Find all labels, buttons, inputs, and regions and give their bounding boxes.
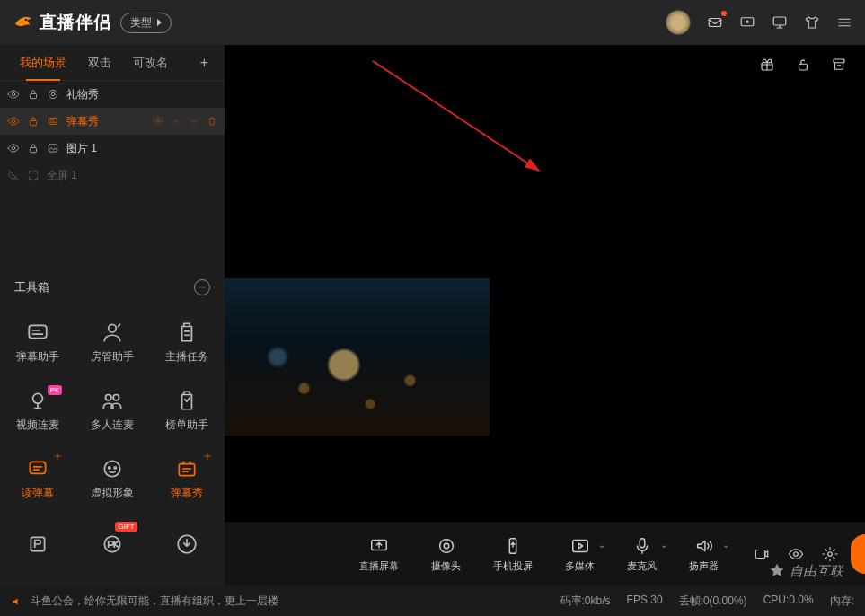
svg-point-3: [746, 21, 748, 22]
chevron-down-icon[interactable]: ⌄: [598, 540, 605, 550]
eye-icon[interactable]: [7, 142, 20, 154]
tool-moderator[interactable]: 房管助手: [75, 310, 149, 374]
svg-point-26: [104, 461, 119, 476]
mail-icon[interactable]: [707, 14, 723, 31]
tool-label: 榜单助手: [165, 418, 208, 433]
tool-download[interactable]: [150, 515, 225, 579]
layer-row[interactable]: 弹幕秀: [0, 108, 225, 135]
tool-tag: PK: [48, 385, 63, 395]
multi-link-icon: [101, 389, 124, 412]
tool-label: 多人连麦: [91, 418, 134, 433]
toolbox-title: 工具箱: [14, 279, 49, 295]
svg-rect-36: [834, 59, 844, 63]
tool-pk-tool[interactable]: GIFT: [75, 515, 149, 579]
toolbox-header: 工具箱: [0, 270, 225, 304]
more-icon[interactable]: [194, 279, 210, 295]
preview-thumbnail[interactable]: [225, 278, 490, 436]
screen-share-icon: [369, 536, 389, 556]
danmu-assist-icon: [26, 321, 49, 344]
mic-icon: [632, 536, 652, 556]
fullscreen-layer-icon: [27, 169, 40, 181]
eye-icon[interactable]: [7, 115, 20, 128]
svg-point-8: [51, 92, 55, 96]
archive-icon[interactable]: [831, 57, 847, 73]
svg-point-23: [113, 394, 119, 400]
svg-point-22: [105, 394, 111, 400]
tool-avatar-tool[interactable]: 虚拟形象: [75, 446, 149, 511]
source-screen-share[interactable]: 直播屏幕: [359, 536, 399, 573]
tool-lyrics[interactable]: [0, 515, 75, 579]
svg-point-21: [32, 393, 42, 403]
svg-point-28: [114, 466, 116, 468]
source-media[interactable]: 多媒体⌄: [565, 536, 595, 573]
tool-tasks[interactable]: 主播任务: [150, 310, 225, 374]
record-icon[interactable]: [754, 546, 770, 562]
title-bar: 直播伴侣 类型: [0, 0, 865, 45]
svg-point-7: [49, 90, 57, 98]
eye-off-icon[interactable]: [7, 169, 20, 181]
tool-read-danmu[interactable]: 读弹幕: [0, 446, 75, 511]
left-panel: 我的场景 双击 可改名 + 礼物秀 弹幕秀 图片: [0, 45, 225, 586]
monitor-icon[interactable]: [772, 14, 788, 31]
menu-icon[interactable]: [836, 14, 852, 31]
lock-icon[interactable]: [27, 142, 40, 154]
tool-danmu-show[interactable]: 弹幕秀: [150, 446, 225, 511]
tool-tag: GIFT: [115, 522, 137, 532]
layer-row[interactable]: 全屏 1: [0, 162, 225, 189]
source-mic[interactable]: 麦克风⌄: [627, 536, 657, 573]
svg-point-9: [12, 119, 15, 123]
notification-dot: [721, 11, 727, 16]
layer-row[interactable]: 图片 1: [0, 135, 225, 162]
eye-icon[interactable]: [7, 88, 20, 101]
scene-tabs: 我的场景 双击 可改名 +: [0, 45, 225, 81]
source-bar: 直播屏幕摄像头手机投屏多媒体⌄麦克风⌄扬声器⌄: [225, 522, 865, 586]
chevron-down-icon[interactable]: ⌄: [722, 540, 729, 550]
source-speaker[interactable]: 扬声器⌄: [689, 536, 719, 573]
add-scene-button[interactable]: +: [193, 55, 216, 71]
media-icon: [570, 536, 590, 556]
gear-icon[interactable]: [153, 116, 163, 127]
tool-danmu-assist[interactable]: 弹幕助手: [0, 310, 75, 374]
gear-icon[interactable]: [203, 452, 212, 461]
gear-icon[interactable]: [53, 452, 62, 461]
layer-row[interactable]: 礼物秀: [0, 81, 225, 108]
moderator-icon: [101, 321, 124, 344]
toolbox: 工具箱 弹幕助手房管助手主播任务视频连麦PK多人连麦榜单助手读弹幕虚拟形象弹幕秀…: [0, 270, 225, 586]
user-avatar[interactable]: [666, 10, 691, 35]
type-button[interactable]: 类型: [120, 13, 172, 33]
svg-point-0: [25, 19, 28, 22]
tool-video-link[interactable]: 视频连麦PK: [0, 378, 75, 443]
chevron-down-icon[interactable]: ⌄: [660, 540, 667, 550]
svg-rect-2: [741, 18, 754, 26]
trash-icon[interactable]: [207, 116, 217, 127]
source-label: 多媒体: [565, 559, 595, 573]
tshirt-icon[interactable]: [804, 14, 820, 31]
status-right: 码率:0kb/s FPS:30 丢帧:0(0.00%) CPU:0.0% 内存:: [560, 594, 854, 609]
source-phone-cast[interactable]: 手机投屏: [493, 536, 533, 573]
tab-my-scene[interactable]: 我的场景: [9, 45, 77, 81]
tool-multi-link[interactable]: 多人连麦: [75, 378, 149, 443]
screen-icon[interactable]: [739, 14, 755, 31]
phone-cast-icon: [503, 536, 523, 556]
settings-icon[interactable]: [822, 546, 838, 562]
tab-doubleclick[interactable]: 双击: [77, 45, 122, 81]
speaker-icon: [694, 536, 714, 556]
status-message: 斗鱼公会，给你无限可能，直播有组织，更上一层楼: [31, 594, 278, 609]
svg-rect-6: [31, 93, 37, 98]
up-icon[interactable]: [171, 116, 181, 127]
lock-icon[interactable]: [27, 115, 40, 128]
svg-point-30: [207, 455, 209, 458]
tool-leaderboard[interactable]: 榜单助手: [150, 378, 225, 443]
source-camera[interactable]: 摄像头: [431, 536, 461, 573]
svg-point-17: [201, 286, 202, 287]
leaderboard-icon: [175, 389, 199, 412]
down-icon[interactable]: [189, 116, 199, 127]
camera-icon: [437, 536, 456, 556]
gift-box-icon[interactable]: [759, 57, 775, 73]
svg-point-5: [12, 92, 15, 96]
go-live-button[interactable]: [851, 534, 865, 574]
eye-icon[interactable]: [788, 546, 804, 562]
tab-rename[interactable]: 可改名: [122, 45, 179, 81]
unlock-icon[interactable]: [795, 57, 811, 73]
lock-icon[interactable]: [27, 88, 40, 101]
